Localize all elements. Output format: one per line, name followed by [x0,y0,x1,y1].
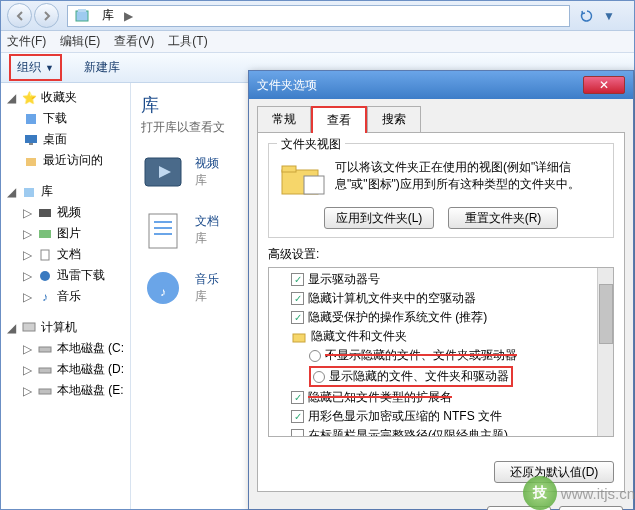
star-icon: ⭐ [21,90,37,106]
nav-downloads[interactable]: 下载 [3,108,128,129]
nav-forward-button[interactable] [34,3,59,28]
tab-view[interactable]: 查看 [311,106,367,133]
address-bar[interactable]: 库 ▶ [67,5,570,27]
advanced-option[interactable]: 显示隐藏的文件、文件夹和驱动器 [273,365,609,388]
group-title: 文件夹视图 [277,136,345,153]
dialog-titlebar[interactable]: 文件夹选项 ✕ [249,71,633,99]
svg-rect-11 [23,323,35,331]
new-library-button[interactable]: 新建库 [78,56,126,79]
refresh-button[interactable] [576,5,598,27]
nav-tree: ◢⭐收藏夹 下载 桌面 最近访问的 ◢库 ▷视频 ▷图片 ▷文档 ▷迅雷下载 ▷… [1,83,131,509]
radio-icon[interactable] [309,350,321,362]
checkbox-icon[interactable] [291,429,304,437]
menu-view[interactable]: 查看(V) [114,33,154,50]
svg-text:♪: ♪ [160,285,166,299]
svg-rect-13 [39,368,51,373]
new-library-label: 新建库 [84,59,120,76]
option-label: 隐藏受保护的操作系统文件 (推荐) [308,309,487,326]
menubar: 文件(F) 编辑(E) 查看(V) 工具(T) [1,31,634,53]
cancel-button[interactable]: 取消 [559,506,623,510]
checkbox-icon[interactable]: ✓ [291,292,304,305]
advanced-option[interactable]: ✓显示驱动器号 [273,270,609,289]
advanced-option[interactable]: ✓隐藏计算机文件夹中的空驱动器 [273,289,609,308]
option-label: 显示隐藏的文件、文件夹和驱动器 [329,368,509,385]
checkbox-icon[interactable]: ✓ [291,311,304,324]
nav-favorites[interactable]: ◢⭐收藏夹 [3,87,128,108]
option-label: 隐藏文件和文件夹 [311,328,407,345]
advanced-option[interactable]: 不显示隐藏的文件、文件夹或驱动器 [273,346,609,365]
organize-button[interactable]: 组织 ▼ [9,54,62,81]
svg-rect-25 [282,166,296,172]
svg-rect-0 [76,11,88,21]
option-label: 隐藏已知文件类型的扩展名 [308,389,452,406]
tab-strip: 常规 查看 搜索 [249,99,633,132]
dialog-footer: 确定 取消 [249,500,633,510]
svg-rect-6 [24,188,34,197]
desktop-icon [23,132,39,148]
svg-rect-9 [41,250,49,260]
highlighted-option[interactable]: 显示隐藏的文件、文件夹和驱动器 [309,366,513,387]
music-icon: ♪ [37,289,53,305]
dialog-title: 文件夹选项 [257,77,317,94]
option-label: 隐藏计算机文件夹中的空驱动器 [308,290,476,307]
video-icon [37,205,53,221]
picture-icon [37,226,53,242]
ok-button[interactable]: 确定 [487,506,551,510]
nav-desktop[interactable]: 桌面 [3,129,128,150]
close-icon: ✕ [599,78,609,92]
nav-disk-e[interactable]: ▷本地磁盘 (E: [3,380,128,401]
svg-rect-1 [78,9,86,12]
window-titlebar: 库 ▶ ▼ [1,1,634,31]
advanced-option[interactable]: ✓隐藏已知文件类型的扩展名 [273,388,609,407]
breadcrumb-arrow[interactable]: ▶ [120,9,137,23]
organize-label: 组织 [17,59,41,76]
advanced-option[interactable]: 在标题栏显示完整路径(仅限经典主题) [273,426,609,437]
thunder-icon [37,268,53,284]
document-icon [37,247,53,263]
checkbox-icon[interactable]: ✓ [291,410,304,423]
nav-computer[interactable]: ◢计算机 [3,317,128,338]
radio-icon[interactable] [313,371,325,383]
svg-rect-14 [39,389,51,394]
svg-rect-12 [39,347,51,352]
restore-defaults-button[interactable]: 还原为默认值(D) [494,461,614,483]
checkbox-icon[interactable]: ✓ [291,391,304,404]
menu-tools[interactable]: 工具(T) [168,33,207,50]
checkbox-icon[interactable]: ✓ [291,273,304,286]
drive-icon [37,383,53,399]
nav-back-button[interactable] [7,3,32,28]
close-button[interactable]: ✕ [583,76,625,94]
reset-folders-button[interactable]: 重置文件夹(R) [448,207,558,229]
nav-documents[interactable]: ▷文档 [3,244,128,265]
nav-recent[interactable]: 最近访问的 [3,150,128,171]
nav-libraries[interactable]: ◢库 [3,181,128,202]
group-description: 可以将该文件夹正在使用的视图(例如"详细信息"或"图标")应用到所有这种类型的文… [335,159,605,201]
download-icon [23,111,39,127]
nav-pictures[interactable]: ▷图片 [3,223,128,244]
svg-rect-26 [304,176,324,194]
folder-views-group: 文件夹视图 可以将该文件夹正在使用的视图(例如"详细信息"或"图标")应用到所有… [268,143,614,238]
advanced-option[interactable]: 隐藏文件和文件夹 [273,327,609,346]
breadcrumb-item[interactable]: 库 [96,6,120,26]
nav-disk-c[interactable]: ▷本地磁盘 (C: [3,338,128,359]
tab-general[interactable]: 常规 [257,106,311,133]
scrollbar[interactable] [597,268,613,436]
svg-rect-27 [293,334,305,342]
folder-icon [291,329,307,345]
nav-music[interactable]: ▷♪音乐 [3,286,128,307]
menu-edit[interactable]: 编辑(E) [60,33,100,50]
scrollbar-thumb[interactable] [599,284,613,344]
nav-thunder[interactable]: ▷迅雷下载 [3,265,128,286]
nav-disk-d[interactable]: ▷本地磁盘 (D: [3,359,128,380]
drive-icon [37,341,53,357]
advanced-option[interactable]: ✓用彩色显示加密或压缩的 NTFS 文件 [273,407,609,426]
tab-search[interactable]: 搜索 [367,106,421,133]
menu-file[interactable]: 文件(F) [7,33,46,50]
nav-videos[interactable]: ▷视频 [3,202,128,223]
computer-icon [21,320,37,336]
advanced-settings-box: ✓显示驱动器号✓隐藏计算机文件夹中的空驱动器✓隐藏受保护的操作系统文件 (推荐)… [268,267,614,437]
apply-to-folders-button[interactable]: 应用到文件夹(L) [324,207,434,229]
advanced-option[interactable]: ✓隐藏受保护的操作系统文件 (推荐) [273,308,609,327]
chevron-down-icon: ▼ [45,63,54,73]
dropdown-button[interactable]: ▼ [598,5,620,27]
